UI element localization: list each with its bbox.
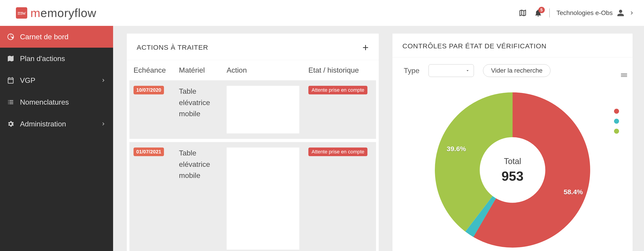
- brand-badge-icon: mw: [16, 7, 27, 19]
- chevron-right-icon: [100, 77, 106, 83]
- slice-label-red: 58.4%: [564, 188, 583, 196]
- sidebar-item-label: Nomenclatures: [20, 98, 69, 106]
- materiel-cell: Table elévatrice mobile: [179, 86, 227, 133]
- sidebar-item-label: Administration: [20, 120, 66, 128]
- filter-row: Type Vider la recherche: [404, 64, 621, 77]
- main-content: ACTIONS À TRAITER + Echéance Matériel Ac…: [113, 26, 644, 251]
- sidebar-item-plan[interactable]: Plan d'actions: [0, 48, 113, 69]
- action-content: [227, 148, 299, 250]
- controls-panel-title: CONTRÔLES PAR ÉTAT DE VÉRIFICATION: [402, 42, 546, 50]
- account-menu[interactable]: Technologies e-Obs: [556, 9, 635, 17]
- col-action: Action: [227, 66, 308, 74]
- sidebar-item-label: Carnet de bord: [20, 33, 68, 41]
- sidebar-item-label: VGP: [20, 76, 36, 85]
- sidebar-item-label: Plan d'actions: [20, 54, 65, 63]
- date-badge: 01/07/2021: [134, 148, 164, 156]
- col-etat: Etat / historique: [308, 66, 372, 74]
- brand-logo[interactable]: mw memoryflow: [0, 6, 96, 20]
- table-row[interactable]: 01/07/2021 Table elévatrice mobile Atten…: [130, 142, 376, 251]
- separator: [549, 8, 550, 17]
- col-echeance: Echéance: [134, 66, 179, 74]
- status-badge: Attente prise en compte: [308, 148, 368, 156]
- legend-dot-teal: [614, 119, 619, 124]
- sidebar-item-vgp[interactable]: VGP: [0, 69, 113, 91]
- sidebar-item-nomenclatures[interactable]: Nomenclatures: [0, 91, 113, 113]
- chart-area: Total 953 39.6% 58.4%: [404, 84, 621, 251]
- list-icon: [7, 98, 14, 106]
- user-icon: [617, 9, 624, 17]
- controls-panel: CONTRÔLES PAR ÉTAT DE VÉRIFICATION Type …: [392, 33, 633, 251]
- sidebar-item-administration[interactable]: Administration: [0, 113, 113, 135]
- actions-panel: ACTIONS À TRAITER + Echéance Matériel Ac…: [127, 33, 379, 251]
- type-label: Type: [404, 66, 420, 75]
- topbar: mw memoryflow 5 Technologies e-Obs: [0, 0, 644, 26]
- notification-badge: 5: [538, 7, 545, 13]
- chevron-down-icon: [465, 68, 470, 73]
- table-row[interactable]: 10/07/2020 Table elévatrice mobile Atten…: [130, 80, 376, 139]
- controls-body: Type Vider la recherche: [392, 57, 633, 251]
- clear-search-button[interactable]: Vider la recherche: [483, 64, 550, 77]
- calendar-icon: [7, 76, 14, 84]
- controls-panel-header: CONTRÔLES PAR ÉTAT DE VÉRIFICATION: [392, 33, 633, 57]
- col-materiel: Matériel: [179, 66, 227, 74]
- chart-legend: [614, 109, 619, 134]
- dashboard-icon: [7, 33, 14, 41]
- legend-dot-red: [614, 109, 619, 114]
- chart-menu-icon[interactable]: [620, 71, 628, 80]
- map-icon[interactable]: [518, 9, 527, 17]
- actions-panel-header: ACTIONS À TRAITER +: [127, 33, 379, 60]
- gear-icon: [7, 120, 14, 128]
- date-badge: 10/07/2020: [134, 86, 164, 94]
- legend-item[interactable]: [614, 109, 619, 114]
- brand-name: memoryflow: [30, 6, 96, 20]
- chevron-right-icon: [628, 10, 635, 16]
- action-content: [227, 86, 299, 133]
- actions-table-header: Echéance Matériel Action Etat / historiq…: [127, 60, 379, 80]
- actions-panel-title: ACTIONS À TRAITER: [137, 43, 208, 51]
- legend-dot-green: [614, 129, 619, 134]
- sidebar-item-carnet[interactable]: Carnet de bord: [0, 26, 113, 48]
- bell-icon[interactable]: 5: [534, 9, 542, 17]
- legend-item[interactable]: [614, 129, 619, 134]
- add-action-button[interactable]: +: [362, 42, 369, 53]
- actions-table-body: 10/07/2020 Table elévatrice mobile Atten…: [127, 80, 379, 251]
- type-select[interactable]: [428, 64, 474, 77]
- slice-label-green: 39.6%: [447, 145, 466, 153]
- topbar-right: 5 Technologies e-Obs: [518, 8, 635, 17]
- status-badge: Attente prise en compte: [308, 86, 368, 94]
- donut-chart: Total 953 39.6% 58.4%: [426, 84, 599, 251]
- sidebar: Carnet de bord Plan d'actions VGP Nomenc…: [0, 26, 113, 251]
- legend-item[interactable]: [614, 119, 619, 124]
- materiel-cell: Table elévatrice mobile: [179, 148, 227, 250]
- account-label: Technologies e-Obs: [556, 9, 613, 16]
- chevron-right-icon: [100, 121, 106, 127]
- map-icon: [7, 55, 14, 62]
